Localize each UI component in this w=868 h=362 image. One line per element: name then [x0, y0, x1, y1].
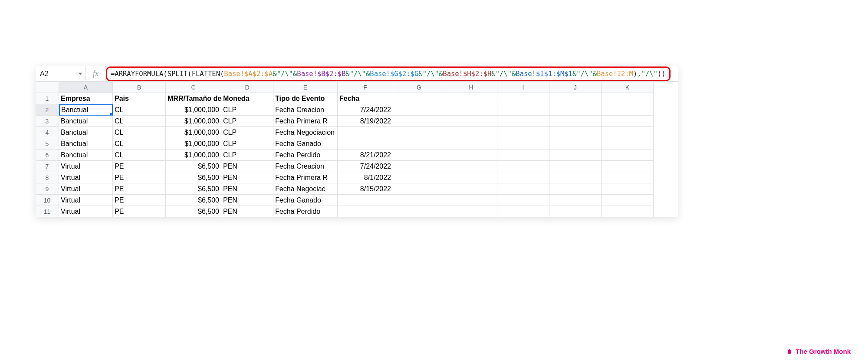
cell[interactable]: Virtual: [59, 195, 113, 206]
cell[interactable]: [497, 116, 549, 127]
cell[interactable]: [602, 104, 654, 116]
cell[interactable]: Fecha Perdido: [273, 206, 338, 217]
col-header-g[interactable]: G: [393, 82, 445, 93]
cell[interactable]: [445, 149, 497, 161]
cell[interactable]: $6,500: [166, 161, 221, 172]
cell[interactable]: [445, 93, 497, 104]
cell[interactable]: [602, 116, 654, 127]
cell[interactable]: [338, 195, 393, 206]
cell[interactable]: CLP: [221, 127, 273, 138]
cell[interactable]: [393, 206, 445, 217]
cell[interactable]: [602, 172, 654, 183]
cell[interactable]: [602, 195, 654, 206]
cell[interactable]: [497, 206, 549, 217]
cell[interactable]: [497, 172, 549, 183]
cell[interactable]: [549, 127, 602, 138]
cell[interactable]: Fecha Negociacion: [273, 127, 338, 138]
cell[interactable]: $1,000,000: [166, 116, 221, 127]
cell[interactable]: CLP: [221, 116, 273, 127]
cell[interactable]: [497, 195, 549, 206]
cell[interactable]: [338, 138, 393, 149]
cell[interactable]: [393, 161, 445, 172]
row-header-9[interactable]: 9: [36, 183, 59, 195]
cell[interactable]: [445, 104, 497, 116]
cell[interactable]: PE: [113, 206, 166, 217]
cell[interactable]: Banctual: [59, 127, 113, 138]
header-tipo[interactable]: Tipo de Evento: [273, 93, 338, 104]
col-header-d[interactable]: D: [221, 82, 273, 93]
cell[interactable]: [393, 149, 445, 161]
cell[interactable]: Fecha Creacion: [273, 104, 338, 116]
cell[interactable]: Virtual: [59, 161, 113, 172]
cell[interactable]: [549, 172, 602, 183]
row-header-4[interactable]: 4: [36, 127, 59, 138]
cell[interactable]: [393, 127, 445, 138]
cell[interactable]: [445, 206, 497, 217]
cell[interactable]: Virtual: [59, 183, 113, 195]
col-header-e[interactable]: E: [273, 82, 338, 93]
row-header-7[interactable]: 7: [36, 161, 59, 172]
cell[interactable]: [602, 93, 654, 104]
cell[interactable]: $6,500: [166, 183, 221, 195]
cell[interactable]: CL: [113, 149, 166, 161]
cell[interactable]: Banctual: [59, 138, 113, 149]
cell[interactable]: PEN: [221, 195, 273, 206]
select-all-corner[interactable]: [36, 82, 59, 93]
col-header-j[interactable]: J: [549, 82, 602, 93]
cell[interactable]: CL: [113, 138, 166, 149]
cell[interactable]: [549, 161, 602, 172]
cell[interactable]: PE: [113, 183, 166, 195]
row-header-2[interactable]: 2: [36, 104, 59, 116]
cell[interactable]: 8/21/2022: [338, 149, 393, 161]
cell[interactable]: [497, 138, 549, 149]
cell[interactable]: [602, 206, 654, 217]
cell[interactable]: CLP: [221, 138, 273, 149]
cell[interactable]: Fecha Ganado: [273, 195, 338, 206]
cell[interactable]: Banctual: [59, 116, 113, 127]
header-mrr[interactable]: MRR/Tamaño de: [166, 93, 221, 104]
header-empresa[interactable]: Empresa: [59, 93, 113, 104]
cell[interactable]: 8/1/2022: [338, 172, 393, 183]
cell[interactable]: CLP: [221, 104, 273, 116]
cell[interactable]: [445, 116, 497, 127]
header-fecha[interactable]: Fecha: [338, 93, 393, 104]
cell[interactable]: 8/15/2022: [338, 183, 393, 195]
cell[interactable]: [497, 127, 549, 138]
cell[interactable]: 7/24/2022: [338, 161, 393, 172]
formula-input[interactable]: =ARRAYFORMULA(SPLIT(FLATTEN(Base!$A$2:$A…: [106, 66, 678, 81]
cell[interactable]: CL: [113, 116, 166, 127]
cell[interactable]: [497, 104, 549, 116]
col-header-k[interactable]: K: [602, 82, 654, 93]
cell[interactable]: [497, 161, 549, 172]
cell[interactable]: PEN: [221, 172, 273, 183]
row-header-6[interactable]: 6: [36, 149, 59, 161]
cell[interactable]: [602, 183, 654, 195]
row-header-1[interactable]: 1: [36, 93, 59, 104]
col-header-c[interactable]: C: [166, 82, 221, 93]
cell[interactable]: [497, 149, 549, 161]
cell[interactable]: [393, 93, 445, 104]
cell[interactable]: [497, 183, 549, 195]
cell[interactable]: Virtual: [59, 206, 113, 217]
cell[interactable]: [445, 183, 497, 195]
name-box[interactable]: A2: [36, 66, 86, 81]
cell[interactable]: PEN: [221, 183, 273, 195]
cell[interactable]: Fecha Ganado: [273, 138, 338, 149]
cell[interactable]: [445, 127, 497, 138]
cell[interactable]: [602, 138, 654, 149]
row-header-11[interactable]: 11: [36, 206, 59, 217]
cell[interactable]: CLP: [221, 149, 273, 161]
col-header-i[interactable]: I: [497, 82, 549, 93]
cell[interactable]: [497, 93, 549, 104]
cell[interactable]: [549, 195, 602, 206]
cell[interactable]: [393, 138, 445, 149]
cell[interactable]: $6,500: [166, 195, 221, 206]
header-pais[interactable]: Pais: [113, 93, 166, 104]
cell-a2[interactable]: Banctual: [59, 104, 113, 116]
cell[interactable]: [549, 206, 602, 217]
cell[interactable]: [393, 104, 445, 116]
col-header-a[interactable]: A: [59, 82, 113, 93]
cell[interactable]: [549, 104, 602, 116]
cell[interactable]: [602, 161, 654, 172]
cell[interactable]: PE: [113, 161, 166, 172]
